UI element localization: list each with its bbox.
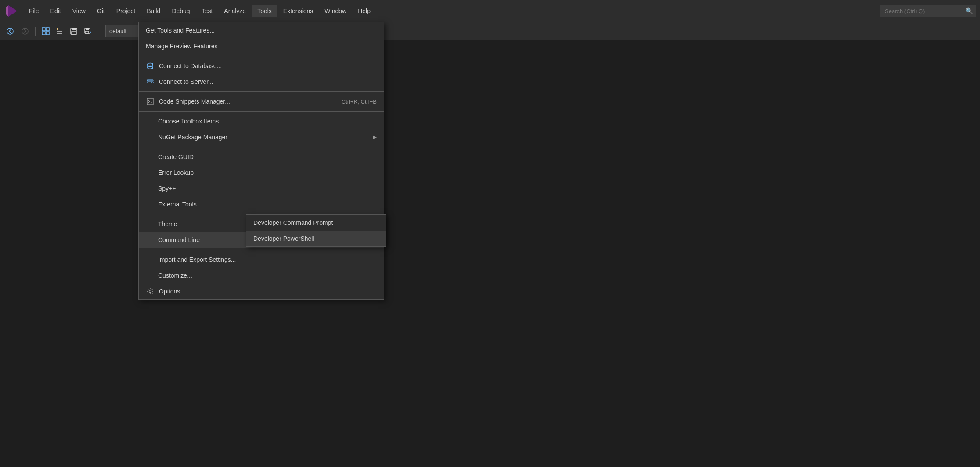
menu-item-choose-toolbox[interactable]: Choose Toolbox Items... (139, 113, 384, 129)
search-input[interactable] (880, 5, 976, 17)
svg-point-18 (151, 82, 152, 83)
menu-build[interactable]: Build (141, 5, 166, 17)
command-line-submenu: Developer Command Prompt Developer Power… (246, 214, 386, 247)
menu-item-get-tools[interactable]: Get Tools and Features... (139, 22, 384, 38)
menu-window[interactable]: Window (319, 5, 352, 17)
menu-help[interactable]: Help (353, 5, 376, 17)
menu-debug[interactable]: Debug (166, 5, 195, 17)
menu-item-customize[interactable]: Customize... (139, 268, 384, 283)
sep-6 (139, 250, 384, 250)
svg-point-13 (148, 63, 153, 65)
menu-file[interactable]: File (24, 5, 44, 17)
submenu-item-dev-powershell[interactable]: Developer PowerShell (246, 231, 386, 246)
menu-item-code-snippets[interactable]: Code Snippets Manager... Ctrl+K, Ctrl+B (139, 94, 384, 109)
menu-git[interactable]: Git (92, 5, 110, 17)
menu-item-nuget[interactable]: NuGet Package Manager ▶ (139, 129, 384, 145)
menu-test[interactable]: Test (196, 5, 218, 17)
svg-point-14 (148, 67, 153, 69)
sep-3 (139, 111, 384, 112)
svg-rect-19 (147, 98, 153, 105)
sep-2 (139, 91, 384, 92)
sep-4 (139, 147, 384, 147)
menu-item-connect-db[interactable]: Connect to Database... (139, 58, 384, 74)
svg-rect-15 (147, 80, 153, 81)
nuget-arrow-icon: ▶ (373, 134, 377, 140)
menu-item-connect-server[interactable]: Connect to Server... (139, 74, 384, 90)
search-wrap: 🔍 (880, 5, 976, 17)
options-gear-icon (146, 287, 155, 295)
app-logo (4, 3, 19, 19)
connect-db-icon (146, 62, 155, 70)
menu-item-error-lookup[interactable]: Error Lookup (139, 165, 384, 181)
menu-bar: File Edit View Git Project Build Debug T… (0, 0, 980, 22)
menu-project[interactable]: Project (111, 5, 141, 17)
dropdown-overlay: Get Tools and Features... Manage Preview… (0, 22, 980, 467)
menu-item-options[interactable]: Options... (139, 283, 384, 299)
menu-item-external-tools[interactable]: External Tools... (139, 196, 384, 212)
svg-rect-16 (147, 82, 153, 83)
svg-point-17 (151, 80, 152, 81)
menu-item-manage-preview[interactable]: Manage Preview Features (139, 38, 384, 54)
tools-menu: Get Tools and Features... Manage Preview… (138, 22, 384, 300)
svg-point-20 (149, 290, 151, 293)
search-icon: 🔍 (966, 7, 973, 14)
connect-server-icon (146, 78, 155, 86)
menu-item-spy[interactable]: Spy++ (139, 181, 384, 196)
submenu-item-dev-cmd[interactable]: Developer Command Prompt (246, 215, 386, 231)
menu-item-create-guid[interactable]: Create GUID (139, 149, 384, 165)
menu-view[interactable]: View (67, 5, 91, 17)
sep-1 (139, 56, 384, 56)
code-snippets-icon (146, 98, 155, 105)
menu-extensions[interactable]: Extensions (278, 5, 318, 17)
menu-edit[interactable]: Edit (45, 5, 66, 17)
menu-item-import-export[interactable]: Import and Export Settings... (139, 252, 384, 268)
menu-analyze[interactable]: Analyze (219, 5, 251, 17)
search-container: 🔍 (880, 5, 976, 17)
menu-tools[interactable]: Tools (252, 5, 277, 17)
